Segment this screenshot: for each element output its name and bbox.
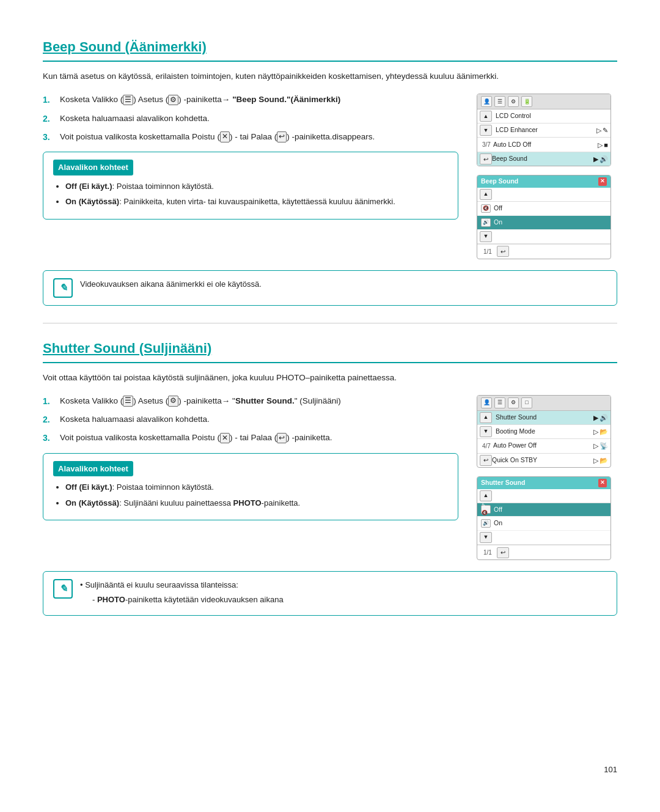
shutter-back-button[interactable]: ↩	[480, 455, 492, 466]
auto-lcd-arrow: ▷	[598, 140, 603, 150]
shutter-panel-booting-row: ▼ Booting Mode ▷ 📂	[477, 425, 610, 439]
shutter-step-1: 1. Kosketa Valikko (☰) Asetus (⚙) -paini…	[43, 395, 458, 407]
beep-panel-header-icons: 👤 ☰ ⚙ 🔋	[481, 96, 532, 107]
submenu-up-btn[interactable]: ▲	[480, 189, 492, 200]
shutter-play: ▶	[593, 413, 598, 423]
beep-panel-lcd-enhancer-row: ▼ LCD Enhancer ▷ ✎	[477, 124, 610, 138]
beep-menu-panel: 👤 ☰ ⚙ 🔋 ▲ LCD Control ▼ LCD Enhancer ▷ ✎	[477, 94, 611, 166]
shutter-photo-label: PHOTO	[233, 498, 262, 508]
beep-on-text: On	[494, 218, 502, 227]
shutter-on-text: On	[494, 519, 502, 528]
beep-submenu-downrow: ▼	[477, 230, 610, 244]
beep-pagination: 1/1	[481, 246, 494, 257]
beep-note-box: ✎ Videokuvauksen aikana äänimerkki ei ol…	[43, 270, 617, 306]
shutter-submenu-up-btn[interactable]: ▲	[480, 490, 492, 501]
panel-menu-icon: ☰	[494, 96, 505, 107]
shutter-down-button[interactable]: ▼	[480, 426, 492, 437]
down-button[interactable]: ▼	[480, 125, 492, 136]
quick-on-label: Quick On STBY	[492, 456, 593, 465]
shutter-step1-bold: Shutter Sound.	[235, 396, 295, 405]
quick-on-arrow: ▷	[593, 456, 598, 466]
auto-power-label: Auto Power Off	[493, 441, 593, 451]
shutter-off-option[interactable]: ✎🔇 Off	[477, 503, 610, 517]
booting-icon: 📂	[600, 427, 608, 437]
submenu-down-btn[interactable]: ▼	[480, 231, 492, 242]
shutter-section-title: Shutter Sound (Suljinääni)	[43, 338, 617, 363]
shutter-note-sub-1: - PHOTO-painiketta käytetään videokuvauk…	[80, 594, 284, 606]
auto-lcd-label: Auto LCD Off	[493, 140, 598, 150]
shutter-steps-column: 1. Kosketa Valikko (☰) Asetus (⚙) -paini…	[43, 395, 458, 560]
step-number-3: 3.	[43, 131, 50, 144]
shutter-main-layout: 1. Kosketa Valikko (☰) Asetus (⚙) -paini…	[43, 395, 617, 560]
shutter-ui-column: 👤 ☰ ⚙ □ ▲ Shutter Sound ▶ 🔊 ▼ Booting Mo…	[477, 395, 617, 560]
shutter-note-item-1: • Suljinääntä ei kuulu seuraavissa tilan…	[80, 579, 284, 591]
back-button[interactable]: ↩	[480, 153, 492, 164]
beep-off-option[interactable]: 🔇 Off	[477, 202, 610, 216]
shutter-on-option[interactable]: 🔊 On	[477, 517, 610, 531]
shutter-step2-text: Kosketa haluamaasi alavalikon kohdetta.	[60, 415, 210, 424]
shutter-panel-shuttersound-row: ▲ Shutter Sound ▶ 🔊	[477, 411, 610, 425]
shutter-step-number-2: 2.	[43, 413, 50, 426]
shutter-option-off: Off (Ei käyt.): Poistaa toiminnon käytös…	[65, 481, 448, 493]
page-number: 101	[604, 764, 617, 776]
auto-power-arrow: ▷	[593, 441, 598, 451]
beep-step-3: 3. Voit poistua valikosta koskettamalla …	[43, 131, 458, 143]
beep-subbox-title: Alavalikon kohteet	[53, 160, 133, 175]
beep-step1-bold: "Beep Sound."(Äänimerkki)	[232, 95, 340, 104]
beep-submenu-uprow: ▲	[477, 188, 610, 202]
beep-panel-autolcd-row: 3/7 Auto LCD Off ▷ ■	[477, 138, 610, 152]
shutter-bottom-note: ✎ • Suljinääntä ei kuulu seuraavissa til…	[43, 571, 617, 616]
shutter-note-pencil-icon: ✎	[53, 579, 73, 599]
panel-settings-icon: ⚙	[508, 96, 519, 107]
lcd-control-label: LCD Control	[496, 111, 608, 121]
lcd-enhancer-value: ▷ ✎	[596, 125, 608, 136]
shutter-step-2: 2. Kosketa haluamaasi alavalikon kohdett…	[43, 413, 458, 426]
shutter-on-icon: 🔊	[481, 519, 491, 528]
shutter-off-icon: ✎🔇	[481, 505, 491, 514]
shutter-submenu-uprow: ▲	[477, 489, 610, 503]
shutter-option-on: On (Käytössä): Suljinääni kuuluu painett…	[65, 497, 448, 509]
quick-on-icon: 📂	[600, 456, 608, 466]
panel-person-icon: 👤	[481, 96, 492, 107]
note-pencil-icon: ✎	[53, 278, 73, 298]
beep-sound-value: ▶ 🔊	[593, 154, 608, 164]
beep-on-option[interactable]: 🔊 On	[477, 216, 610, 230]
lcd-enhancer-label: LCD Enhancer	[496, 125, 596, 135]
beep-submenu-close[interactable]: ✕	[598, 177, 607, 186]
shutter-submenu-down-btn[interactable]: ▼	[480, 532, 492, 543]
shutter-panel-square-icon: □	[521, 397, 532, 408]
shutter-sound-value: ▶ 🔊	[593, 413, 608, 423]
shutter-subbox-list: Off (Ei käyt.): Poistaa toiminnon käytös…	[53, 481, 448, 509]
shutter-up-button[interactable]: ▲	[480, 412, 492, 423]
shutter-subbox: Alavalikon kohteet Off (Ei käyt.): Poist…	[43, 453, 458, 521]
shutter-speaker: 🔊	[600, 413, 608, 423]
beep-submenu-back[interactable]: ↩	[497, 246, 509, 257]
shutter-submenu-panel: Shutter Sound ✕ ▲ ✎🔇 Off 🔊 On ▼ 1/1 ↩	[477, 476, 611, 560]
exit-icon: ✕	[220, 131, 230, 142]
shutter-section-description: Voit ottaa käyttöön tai poistaa käytöstä…	[43, 372, 617, 384]
shutter-step-number-1: 1.	[43, 395, 50, 408]
beep-main-layout: 1. Kosketa Valikko (☰) Asetus (⚙) -paini…	[43, 94, 617, 259]
booting-mode-label: Booting Mode	[496, 427, 593, 437]
beep-on-label: On (Käytössä)	[65, 197, 119, 206]
shutter-submenu-close[interactable]: ✕	[598, 479, 607, 487]
back-icon: ↩	[277, 131, 287, 142]
auto-lcd-value: ▷ ■	[598, 140, 608, 150]
lcd-enhancer-arrow: ▷	[596, 125, 601, 136]
shutter-panel-autopower-row: 4/7 Auto Power Off ▷ 📡	[477, 439, 610, 454]
shutter-settings-icon: ⚙	[168, 396, 178, 407]
shutter-panel-quickon-row: ↩ Quick On STBY ▷ 📂	[477, 454, 610, 467]
section-divider	[43, 323, 617, 323]
beep-submenu-header: Beep Sound ✕	[477, 175, 610, 188]
shutter-subbox-title: Alavalikon kohteet	[53, 461, 133, 477]
beep-off-label: Off (Ei käyt.)	[65, 182, 112, 191]
up-button[interactable]: ▲	[480, 111, 492, 122]
shutter-page-indicator: 4/7	[480, 440, 493, 452]
beep-off-text: Off	[494, 204, 502, 213]
shutter-on-label: On (Käytössä)	[65, 498, 119, 508]
shutter-submenu-back[interactable]: ↩	[497, 547, 509, 558]
beep-note-text: Videokuvauksen aikana äänimerkki ei ole …	[80, 278, 262, 290]
beep-submenu-title: Beep Sound	[481, 177, 518, 186]
shutter-submenu-title: Shutter Sound	[481, 478, 525, 488]
shutter-step-3: 3. Voit poistua valikosta koskettamalla …	[43, 432, 458, 444]
